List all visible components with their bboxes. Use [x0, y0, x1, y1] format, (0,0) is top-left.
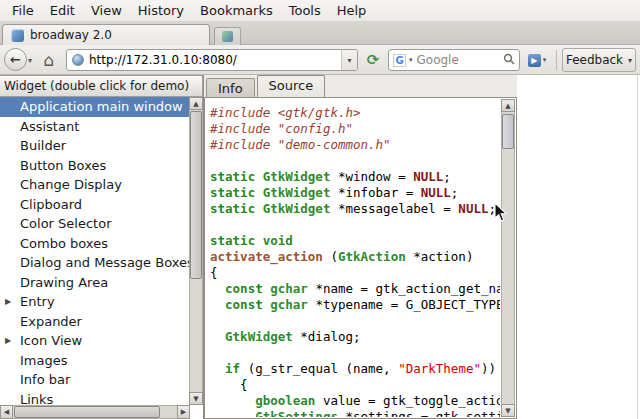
list-item[interactable]: Expander [0, 312, 190, 332]
code-line [210, 217, 500, 233]
source-view[interactable]: #include <gtk/gtk.h>#include "config.h"#… [204, 97, 517, 419]
menu-item-bookmarks[interactable]: Bookmarks [192, 1, 281, 20]
feedback-button[interactable]: Feedback ▾ [562, 48, 636, 72]
list-item[interactable]: Drawing Area [0, 273, 190, 293]
list-item[interactable]: Builder [0, 136, 190, 156]
expander-icon[interactable]: ▶ [0, 336, 16, 345]
mouse-cursor [494, 202, 508, 226]
url-dropdown-button[interactable]: ▾ [341, 50, 357, 70]
tree-header-label: Widget (double click for demo) [4, 79, 189, 93]
code-line [210, 313, 500, 329]
scroll-up-button[interactable]: ▲ [501, 99, 515, 112]
code-line: GtkWidget *dialog; [210, 329, 500, 345]
menu-item-help[interactable]: Help [329, 1, 375, 20]
browser-tab[interactable]: broadway 2.0 [2, 24, 210, 45]
sidebar-horizontal-scrollbar[interactable]: ◀ ▶ [0, 405, 190, 419]
list-item[interactable]: Dialog and Message Boxes [0, 253, 190, 273]
url-text[interactable]: http://172.31.0.10:8080/ [89, 53, 341, 67]
menu-item-view[interactable]: View [83, 1, 130, 20]
list-item-label: Color Selector [16, 216, 111, 231]
list-item-label: Combo boxes [16, 236, 108, 251]
scrollbar-thumb[interactable] [14, 406, 160, 418]
list-item-label: Button Boxes [16, 158, 106, 173]
toolbar-separator [556, 50, 557, 70]
list-item[interactable]: Images [0, 351, 190, 371]
demo-main-pane: Info Source #include <gtk/gtk.h>#include… [204, 75, 517, 419]
list-item-label: Entry [16, 294, 55, 309]
menu-item-file[interactable]: File [4, 1, 42, 20]
menu-item-history[interactable]: History [130, 1, 192, 20]
code-line: const gchar *typename = G_OBJECT_TYPE_NA… [210, 297, 500, 313]
list-item-label: Application main window [16, 99, 183, 114]
background-tab[interactable] [214, 27, 241, 45]
back-button[interactable]: ← [4, 48, 27, 71]
addon-button[interactable]: ▶ ▾ [526, 49, 552, 71]
menubar: FileEditViewHistoryBookmarksToolsHelp [0, 0, 640, 22]
list-item-label: Assistant [16, 119, 79, 134]
list-item-label: Icon View [16, 333, 82, 348]
list-item-label: Builder [16, 138, 66, 153]
site-globe-icon [72, 54, 84, 66]
home-button[interactable]: ⌂ [37, 49, 61, 71]
tab-info[interactable]: Info [206, 78, 255, 97]
code-line: { [210, 377, 500, 393]
list-item-label: Links [16, 392, 53, 405]
list-item-label: Dialog and Message Boxes [16, 255, 190, 270]
list-item[interactable]: Button Boxes [0, 156, 190, 176]
gtk-demo-window: Widget (double click for demo) Applicati… [0, 75, 517, 419]
list-item-label: Images [16, 353, 68, 368]
addon-dropdown-icon: ▾ [543, 56, 547, 64]
code-line: activate_action (GtkAction *action) [210, 249, 500, 265]
back-arrow-icon: ← [10, 52, 21, 67]
feedback-label: Feedback [566, 53, 623, 67]
scrollbar-thumb[interactable] [190, 111, 202, 279]
code-line: if (g_str_equal (name, "DarkTheme")) [210, 361, 500, 377]
list-item[interactable]: Links [0, 390, 190, 406]
widget-sidebar: Widget (double click for demo) Applicati… [0, 75, 204, 419]
source-code[interactable]: #include <gtk/gtk.h>#include "config.h"#… [206, 99, 500, 417]
search-magnifier-icon[interactable] [503, 53, 515, 68]
menu-item-edit[interactable]: Edit [42, 1, 83, 20]
scroll-down-button[interactable]: ▼ [501, 404, 515, 417]
list-item[interactable]: Color Selector [0, 214, 190, 234]
notebook-tabs: Info Source [204, 75, 325, 97]
scrollbar-thumb[interactable] [502, 114, 514, 149]
expander-icon[interactable]: ▶ [0, 297, 16, 306]
search-engine-dropdown[interactable]: ▾ [409, 56, 413, 64]
widget-list[interactable]: Application main windowAssistantBuilderB… [0, 97, 190, 405]
code-line: { [210, 265, 500, 281]
code-line [210, 345, 500, 361]
reload-button[interactable]: ⟳ [362, 49, 384, 71]
url-bar[interactable]: http://172.31.0.10:8080/ ▾ [66, 49, 358, 71]
menu-item-tools[interactable]: Tools [281, 1, 329, 20]
list-item[interactable]: Clipboard [0, 195, 190, 215]
list-item[interactable]: ▶Entry [0, 292, 190, 312]
scroll-right-button[interactable]: ▶ [177, 405, 190, 419]
list-item[interactable]: Info bar [0, 370, 190, 390]
list-item[interactable]: ▶Icon View [0, 331, 190, 351]
code-line: gboolean value = gtk_toggle_action_get_a… [210, 393, 500, 409]
addon-icon: ▶ [528, 54, 541, 67]
scroll-left-button[interactable]: ◀ [0, 405, 13, 419]
background-tab-favicon-icon [222, 31, 233, 42]
source-vertical-scrollbar[interactable]: ▲ ▼ [501, 99, 515, 417]
back-history-dropdown[interactable]: ▾ [28, 56, 32, 65]
code-line: static GtkWidget *infobar = NULL; [210, 185, 500, 201]
list-item[interactable]: Combo boxes [0, 234, 190, 254]
scroll-up-button[interactable]: ▲ [189, 97, 203, 110]
page-right-edge [637, 75, 638, 419]
list-item-label: Clipboard [16, 197, 82, 212]
scroll-down-button[interactable]: ▼ [189, 392, 203, 405]
list-item[interactable]: Change Display [0, 175, 190, 195]
code-line: #include "demo-common.h" [210, 137, 500, 153]
tree-column-header[interactable]: Widget (double click for demo) [0, 75, 203, 97]
sidebar-vertical-scrollbar[interactable]: ▲ ▼ [189, 97, 203, 405]
list-item[interactable]: Application main window [0, 97, 190, 117]
search-input[interactable]: Google [417, 53, 503, 67]
code-line: const gchar *name = gtk_action_get_name … [210, 281, 500, 297]
tab-title: broadway 2.0 [30, 28, 112, 42]
list-item[interactable]: Assistant [0, 117, 190, 137]
tab-source[interactable]: Source [257, 75, 326, 97]
search-box[interactable]: G ▾ Google [388, 49, 520, 71]
list-item-label: Drawing Area [16, 275, 108, 290]
